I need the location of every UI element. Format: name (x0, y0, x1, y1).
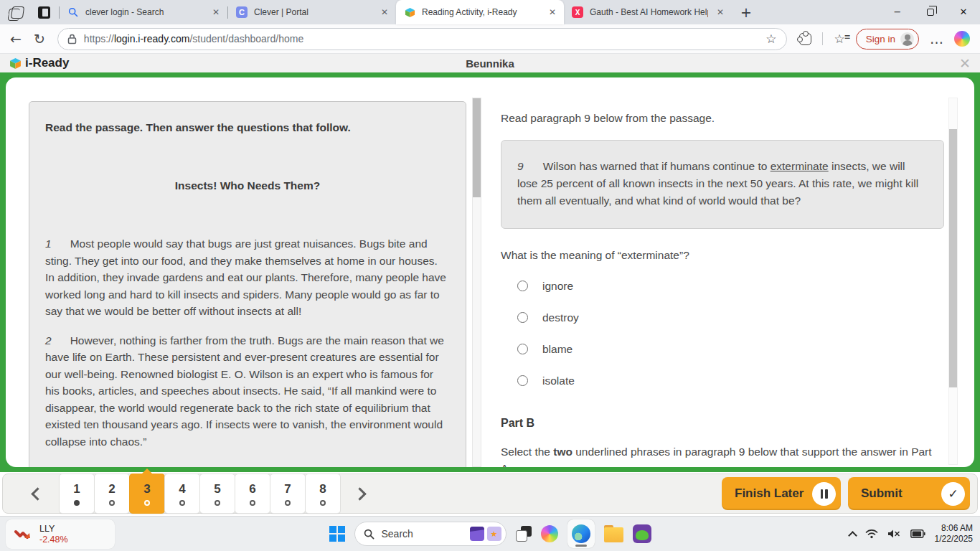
extensions-icon[interactable] (799, 33, 811, 45)
paragraph-number: 2 (45, 334, 52, 347)
tab-actions-icon[interactable] (38, 6, 50, 19)
more-menu-icon[interactable]: … (930, 31, 943, 47)
task-view-icon[interactable] (516, 526, 532, 542)
new-tab-button[interactable]: + (740, 4, 752, 20)
question-intro: Read paragraph 9 below from the passage. (501, 110, 944, 126)
sign-in-label: Sign in (866, 34, 895, 44)
paragraph-text: Most people would say that bugs are just… (45, 237, 446, 317)
submit-label: Submit (861, 486, 903, 501)
question-panel: Read paragraph 9 below from the passage.… (501, 77, 944, 467)
quote-underlined-word: exterminate (771, 160, 829, 172)
sign-in-button[interactable]: Sign in (856, 29, 919, 50)
tab-close-icon[interactable]: ✕ (379, 7, 390, 17)
kidomi-app-icon[interactable] (633, 524, 651, 543)
tab-gauth[interactable]: X Gauth - Best AI Homework Helpe ✕ (564, 0, 732, 24)
question-button-7[interactable]: 7 (270, 474, 305, 513)
prev-question-chevron-icon[interactable] (31, 487, 44, 500)
search-placeholder: Search (382, 528, 413, 540)
radio-button-icon[interactable] (517, 344, 528, 354)
profile-person-icon (900, 32, 914, 46)
taskbar-search[interactable]: Search ★ (354, 522, 507, 546)
finish-later-label: Finish Later (735, 486, 804, 501)
question-button-1[interactable]: 1 (60, 474, 94, 513)
radio-button-icon[interactable] (517, 312, 528, 323)
toolbar-separator (822, 32, 823, 45)
check-icon: ✓ (941, 482, 965, 506)
question-button-5[interactable]: 5 (200, 474, 235, 513)
question-number: 1 (73, 482, 80, 496)
question-number: 5 (214, 482, 220, 496)
taskbar-clock[interactable]: 8:06 AM 1/22/2025 (935, 523, 973, 545)
url-path: /student/dashboard/home (189, 33, 303, 44)
start-button[interactable] (329, 526, 345, 542)
copilot-icon[interactable] (954, 31, 970, 47)
option-label: isolate (542, 372, 575, 389)
wifi-icon[interactable] (865, 529, 878, 539)
next-question-chevron-icon[interactable] (353, 487, 366, 500)
question-button-6[interactable]: 6 (235, 474, 270, 513)
activity-close-icon[interactable]: ✕ (959, 55, 971, 71)
stock-symbol: LLY (39, 524, 68, 534)
question-button-8[interactable]: 8 (306, 474, 340, 513)
tab-title: clever login - Search (85, 7, 204, 17)
tab-clever-portal[interactable]: C Clever | Portal ✕ (228, 0, 396, 24)
activity-content: Read the passage. Then answer the questi… (6, 77, 974, 467)
window-restore-button[interactable] (914, 0, 947, 24)
workspaces-icon[interactable] (11, 6, 24, 19)
question-number-buttons: 1 2 3 4 5 6 7 8 (60, 474, 341, 513)
favorite-star-icon[interactable]: ☆ (761, 32, 781, 46)
part-b-instructions: Select the two underlined phrases in par… (501, 443, 944, 467)
address-bar[interactable]: https://login.i-ready.com/student/dashbo… (57, 28, 788, 50)
clever-favicon: C (236, 6, 248, 18)
windows-taskbar: LLY -2.48% Search ★ (0, 516, 980, 551)
submit-button[interactable]: Submit ✓ (848, 477, 970, 510)
favorites-bar-icon[interactable]: ☆ (834, 32, 844, 46)
question-number: 3 (143, 482, 150, 496)
edge-browser-icon-active[interactable] (567, 519, 595, 548)
part-b-pre: Select the (501, 446, 553, 458)
question-scrollbar[interactable] (948, 98, 958, 465)
battery-icon[interactable] (910, 529, 925, 538)
back-button[interactable]: ← (10, 31, 22, 47)
question-button-4[interactable]: 4 (165, 474, 199, 513)
question-number: 7 (284, 482, 291, 496)
answer-option-isolate[interactable]: isolate (501, 364, 944, 396)
tab-clever-search[interactable]: clever login - Search ✕ (60, 0, 227, 24)
radio-button-icon[interactable] (517, 375, 528, 386)
window-close-button[interactable]: ✕ (947, 0, 980, 24)
tab-close-icon[interactable]: ✕ (547, 7, 558, 17)
clock-time: 8:06 AM (935, 523, 973, 534)
gauth-favicon: X (572, 6, 583, 18)
student-name: Beunnika (0, 57, 980, 70)
radio-button-icon[interactable] (517, 281, 528, 291)
copilot-taskbar-icon[interactable] (541, 525, 558, 542)
answer-option-destroy[interactable]: destroy (501, 301, 944, 333)
part-b-label: Part B (501, 415, 944, 431)
file-explorer-icon[interactable] (604, 527, 623, 542)
passage-panel: Read the passage. Then answer the questi… (29, 101, 466, 467)
refresh-button[interactable]: ↻ (34, 31, 45, 47)
scrollbar-thumb[interactable] (949, 129, 957, 387)
clock-date: 1/22/2025 (935, 534, 973, 545)
tab-close-icon[interactable]: ✕ (715, 7, 726, 17)
hidden-icons-chevron-icon[interactable] (848, 531, 857, 540)
part-b-bold: two (553, 446, 573, 458)
url-scheme: https:// (84, 33, 114, 44)
question-button-3-active[interactable]: 3 (130, 474, 164, 513)
tab-reading-activity[interactable]: Reading Activity, i-Ready ✕ (396, 0, 564, 24)
answer-option-blame[interactable]: blame (501, 333, 944, 364)
answer-option-ignore[interactable]: ignore (501, 270, 944, 301)
volume-muted-icon[interactable] (887, 529, 901, 539)
stock-widget[interactable]: LLY -2.48% (6, 519, 115, 549)
window-minimize-button[interactable]: − (881, 0, 914, 24)
unanswered-dot (285, 500, 291, 506)
url-text: https://login.i-ready.com/student/dashbo… (84, 33, 303, 44)
passage-scrollbar[interactable] (472, 98, 481, 467)
scrollbar-thumb[interactable] (473, 98, 481, 197)
answered-dot (74, 500, 80, 506)
finish-later-button[interactable]: Finish Later (722, 477, 841, 510)
question-button-2[interactable]: 2 (95, 474, 129, 513)
quote-text-pre: Wilson has warned that if humans continu… (543, 160, 771, 172)
highlight-card-icon: ★ (487, 527, 501, 541)
tab-close-icon[interactable]: ✕ (210, 7, 222, 17)
